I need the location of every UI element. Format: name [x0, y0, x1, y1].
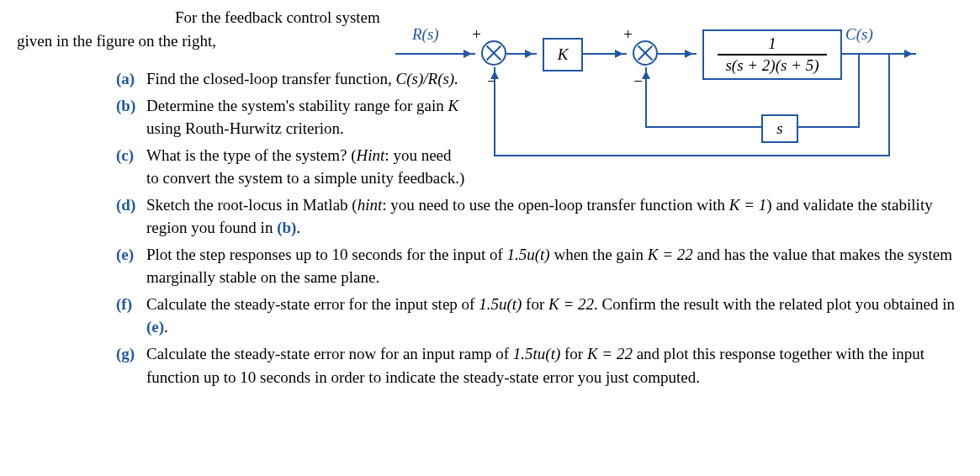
- item-math: K = 22: [587, 345, 633, 362]
- question-item: (c)What is the type of the system? (Hint…: [116, 144, 466, 190]
- item-text: Sketch the root-locus in Matlab (: [146, 196, 358, 214]
- unity-feedback-line: [888, 53, 890, 156]
- item-math: 1.5u(t): [479, 295, 522, 313]
- plant-transfer-function: 1 s(s + 2)(s + 5): [702, 29, 842, 80]
- item-math: 1.5tu(t): [513, 345, 560, 362]
- plus-sign: +: [622, 25, 633, 44]
- item-math: hint: [358, 196, 383, 214]
- gain-block-K: K: [543, 38, 583, 71]
- feedback-line: [645, 126, 761, 128]
- item-math: K = 22: [548, 295, 594, 313]
- item-label: (a): [116, 67, 135, 91]
- item-label: (e): [116, 243, 134, 267]
- unity-feedback-line: [494, 155, 890, 156]
- summing-junction-1: [481, 40, 506, 66]
- intro-line-1: For the feedback control system: [175, 8, 380, 27]
- item-text: Find the closed-loop transfer function,: [146, 70, 396, 87]
- item-math: K = 1: [729, 196, 767, 214]
- item-text: : you need to use the open-loop transfer…: [382, 196, 729, 214]
- question-item: (b)Determine the system's stability rang…: [116, 94, 466, 140]
- arrow: [581, 53, 627, 55]
- item-text: Determine the system's stability range f…: [146, 97, 448, 114]
- item-math: K = 22: [648, 246, 693, 263]
- item-text: for: [522, 295, 548, 313]
- tf-numerator: 1: [768, 35, 776, 52]
- question-item: (e)Plot the step responses up to 10 seco…: [116, 243, 955, 289]
- item-text: Plot the step responses up to 10 seconds…: [146, 246, 507, 263]
- question-item: (d)Sketch the root-locus in Matlab (hint…: [116, 193, 955, 240]
- question-item: (f)Calculate the steady-state error for …: [116, 293, 955, 339]
- item-text: Calculate the steady-state error for the…: [146, 295, 479, 313]
- feedback-arrow: [645, 67, 647, 128]
- item-label: (f): [116, 293, 132, 316]
- arrow: [395, 53, 475, 55]
- question-item: (g)Calculate the steady-state error now …: [116, 342, 955, 389]
- fraction-bar: [718, 54, 827, 56]
- item-text: for: [560, 345, 587, 362]
- item-text: when the gain: [550, 246, 648, 263]
- item-text: What is the type of the system? (: [146, 146, 357, 164]
- unity-feedback-arrow: [494, 67, 495, 156]
- item-ref: (b): [277, 219, 296, 236]
- feedback-line: [797, 126, 860, 128]
- feedback-line: [858, 53, 860, 127]
- item-math: K: [448, 97, 459, 114]
- item-text: .: [164, 318, 168, 336]
- item-math: 1.5u(t): [507, 246, 550, 263]
- item-label: (g): [116, 342, 135, 366]
- item-label: (d): [116, 193, 135, 217]
- plus-sign: +: [471, 25, 482, 44]
- intro-line-2: given in the figure on the right,: [17, 32, 216, 50]
- item-math: C(s)/R(s).: [396, 70, 458, 87]
- block-diagram: R(s) + − K + − 1 s(s + 2)(s + 5) C(s) s: [387, 25, 959, 168]
- item-label: (c): [116, 144, 134, 167]
- signal-C: C(s): [845, 25, 873, 44]
- signal-R: R(s): [412, 25, 439, 44]
- item-text: . Confirm the result with the related pl…: [594, 295, 955, 313]
- item-text: Calculate the steady-state error now for…: [146, 345, 513, 362]
- question-item: (a)Find the closed-loop transfer functio…: [116, 67, 466, 91]
- arrow: [658, 53, 697, 55]
- item-ref: (e): [146, 318, 164, 336]
- arrow: [840, 53, 916, 55]
- feedback-block-s: s: [761, 114, 798, 143]
- item-label: (b): [116, 94, 135, 118]
- tf-denominator: s(s + 2)(s + 5): [725, 57, 818, 74]
- item-math: Hint: [357, 146, 385, 164]
- item-text: .: [296, 219, 300, 236]
- summing-junction-2: [633, 40, 658, 66]
- item-text: using Routh-Hurwitz criterion.: [146, 119, 344, 137]
- arrow: [506, 53, 537, 55]
